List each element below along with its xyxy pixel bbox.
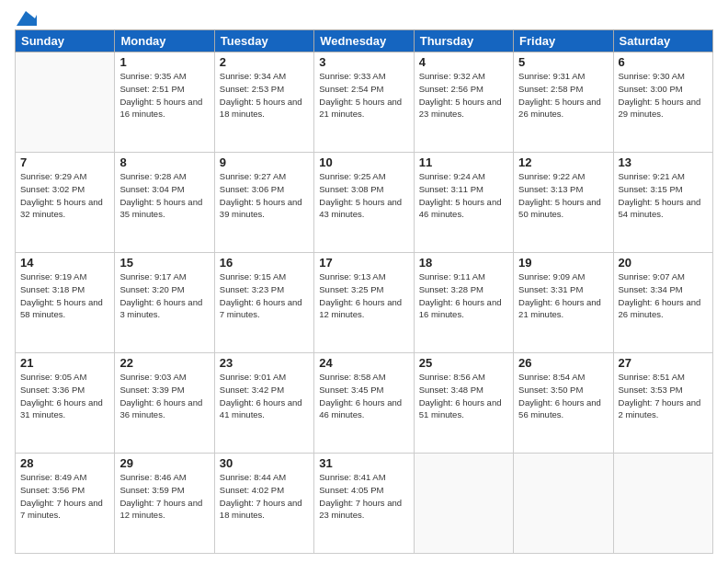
weekday-header: Friday — [514, 30, 613, 52]
day-info: Sunrise: 9:13 AM Sunset: 3:25 PM Dayligh… — [319, 270, 408, 321]
daylight-text: Daylight: 5 hours and 23 minutes. — [419, 97, 502, 120]
logo — [15, 13, 37, 24]
day-cell: 8 Sunrise: 9:28 AM Sunset: 3:04 PM Dayli… — [115, 153, 214, 253]
day-number: 24 — [319, 356, 408, 370]
day-info: Sunrise: 9:27 AM Sunset: 3:06 PM Dayligh… — [220, 170, 309, 221]
sunset-text: Sunset: 3:28 PM — [419, 284, 483, 294]
sunrise-text: Sunrise: 9:33 AM — [319, 71, 385, 81]
sunrise-text: Sunrise: 8:56 AM — [419, 372, 485, 382]
day-cell: 6 Sunrise: 9:30 AM Sunset: 3:00 PM Dayli… — [613, 52, 712, 153]
daylight-text: Daylight: 6 hours and 21 minutes. — [518, 297, 601, 320]
sunset-text: Sunset: 3:20 PM — [119, 284, 184, 294]
day-number: 7 — [20, 155, 109, 169]
day-info: Sunrise: 9:03 AM Sunset: 3:39 PM Dayligh… — [119, 371, 209, 421]
day-cell: 4 Sunrise: 9:32 AM Sunset: 2:56 PM Dayli… — [414, 52, 513, 153]
day-number: 29 — [119, 456, 209, 470]
day-number: 21 — [20, 356, 109, 370]
sunrise-text: Sunrise: 8:41 AM — [319, 472, 385, 482]
day-cell: 23 Sunrise: 9:01 AM Sunset: 3:42 PM Dayl… — [214, 353, 313, 454]
week-row: 14 Sunrise: 9:19 AM Sunset: 3:18 PM Dayl… — [16, 253, 713, 353]
day-info: Sunrise: 8:51 AM Sunset: 3:53 PM Dayligh… — [619, 371, 708, 421]
day-info: Sunrise: 9:11 AM Sunset: 3:28 PM Dayligh… — [419, 270, 508, 321]
sunrise-text: Sunrise: 9:09 AM — [518, 271, 585, 282]
sunrise-text: Sunrise: 9:24 AM — [419, 171, 485, 181]
daylight-text: Daylight: 6 hours and 7 minutes. — [220, 297, 302, 320]
day-number: 13 — [619, 155, 708, 169]
sunrise-text: Sunrise: 9:03 AM — [119, 372, 186, 382]
day-info: Sunrise: 9:33 AM Sunset: 2:54 PM Dayligh… — [319, 70, 408, 121]
sunset-text: Sunset: 4:02 PM — [220, 485, 284, 495]
day-cell: 24 Sunrise: 8:58 AM Sunset: 3:45 PM Dayl… — [314, 353, 414, 454]
day-cell: 27 Sunrise: 8:51 AM Sunset: 3:53 PM Dayl… — [613, 353, 712, 454]
day-info: Sunrise: 8:54 AM Sunset: 3:50 PM Dayligh… — [518, 371, 608, 421]
day-number: 16 — [220, 256, 309, 270]
daylight-text: Daylight: 5 hours and 21 minutes. — [319, 97, 402, 120]
daylight-text: Daylight: 5 hours and 32 minutes. — [20, 197, 103, 220]
daylight-text: Daylight: 6 hours and 56 minutes. — [518, 397, 601, 420]
day-cell — [414, 454, 513, 554]
day-cell: 9 Sunrise: 9:27 AM Sunset: 3:06 PM Dayli… — [214, 153, 313, 253]
sunset-text: Sunset: 3:34 PM — [619, 284, 683, 294]
day-number: 22 — [119, 356, 209, 370]
sunset-text: Sunset: 3:00 PM — [619, 84, 683, 94]
day-info: Sunrise: 9:28 AM Sunset: 3:04 PM Dayligh… — [119, 170, 209, 221]
day-number: 15 — [119, 256, 209, 270]
day-number: 26 — [518, 356, 608, 370]
day-number: 6 — [619, 55, 708, 69]
sunrise-text: Sunrise: 9:35 AM — [119, 71, 186, 81]
day-cell: 19 Sunrise: 9:09 AM Sunset: 3:31 PM Dayl… — [514, 253, 613, 353]
daylight-text: Daylight: 5 hours and 46 minutes. — [419, 197, 502, 220]
day-number: 18 — [419, 256, 508, 270]
daylight-text: Daylight: 7 hours and 7 minutes. — [20, 498, 103, 521]
week-row: 21 Sunrise: 9:05 AM Sunset: 3:36 PM Dayl… — [16, 353, 713, 454]
daylight-text: Daylight: 6 hours and 36 minutes. — [119, 397, 202, 420]
sunset-text: Sunset: 3:36 PM — [20, 385, 85, 395]
day-cell: 17 Sunrise: 9:13 AM Sunset: 3:25 PM Dayl… — [314, 253, 414, 353]
day-number: 28 — [20, 456, 109, 470]
sunrise-text: Sunrise: 8:58 AM — [319, 372, 385, 382]
sunset-text: Sunset: 3:50 PM — [518, 385, 583, 395]
daylight-text: Daylight: 6 hours and 3 minutes. — [119, 297, 202, 320]
sunrise-text: Sunrise: 9:19 AM — [20, 271, 86, 282]
day-info: Sunrise: 9:34 AM Sunset: 2:53 PM Dayligh… — [220, 70, 309, 121]
sunset-text: Sunset: 3:59 PM — [119, 485, 184, 495]
day-cell: 25 Sunrise: 8:56 AM Sunset: 3:48 PM Dayl… — [414, 353, 513, 454]
sunrise-text: Sunrise: 9:07 AM — [619, 271, 685, 282]
daylight-text: Daylight: 6 hours and 51 minutes. — [419, 397, 502, 420]
day-info: Sunrise: 9:31 AM Sunset: 2:58 PM Dayligh… — [518, 70, 608, 121]
daylight-text: Daylight: 5 hours and 26 minutes. — [518, 97, 601, 120]
week-row: 1 Sunrise: 9:35 AM Sunset: 2:51 PM Dayli… — [16, 52, 713, 153]
day-info: Sunrise: 9:29 AM Sunset: 3:02 PM Dayligh… — [20, 170, 109, 221]
day-info: Sunrise: 9:22 AM Sunset: 3:13 PM Dayligh… — [518, 170, 608, 221]
sunrise-text: Sunrise: 9:25 AM — [319, 171, 385, 181]
day-number: 27 — [619, 356, 708, 370]
day-cell: 13 Sunrise: 9:21 AM Sunset: 3:15 PM Dayl… — [613, 153, 712, 253]
week-row: 28 Sunrise: 8:49 AM Sunset: 3:56 PM Dayl… — [16, 454, 713, 554]
day-cell: 28 Sunrise: 8:49 AM Sunset: 3:56 PM Dayl… — [16, 454, 115, 554]
sunrise-text: Sunrise: 8:51 AM — [619, 372, 685, 382]
day-number: 19 — [518, 256, 608, 270]
day-cell: 21 Sunrise: 9:05 AM Sunset: 3:36 PM Dayl… — [16, 353, 115, 454]
daylight-text: Daylight: 5 hours and 18 minutes. — [220, 97, 302, 120]
sunrise-text: Sunrise: 9:27 AM — [220, 171, 286, 181]
sunrise-text: Sunrise: 9:05 AM — [20, 372, 86, 382]
day-number: 11 — [419, 155, 508, 169]
daylight-text: Daylight: 7 hours and 12 minutes. — [119, 498, 202, 521]
daylight-text: Daylight: 5 hours and 54 minutes. — [619, 197, 701, 220]
day-cell: 20 Sunrise: 9:07 AM Sunset: 3:34 PM Dayl… — [613, 253, 712, 353]
sunset-text: Sunset: 3:11 PM — [419, 184, 483, 194]
day-info: Sunrise: 8:46 AM Sunset: 3:59 PM Dayligh… — [119, 471, 209, 522]
day-number: 4 — [419, 55, 508, 69]
day-cell: 1 Sunrise: 9:35 AM Sunset: 2:51 PM Dayli… — [115, 52, 214, 153]
day-info: Sunrise: 8:58 AM Sunset: 3:45 PM Dayligh… — [319, 371, 408, 421]
sunrise-text: Sunrise: 9:30 AM — [619, 71, 685, 81]
sunset-text: Sunset: 3:48 PM — [419, 385, 483, 395]
day-info: Sunrise: 8:56 AM Sunset: 3:48 PM Dayligh… — [419, 371, 508, 421]
sunset-text: Sunset: 3:56 PM — [20, 485, 85, 495]
sunset-text: Sunset: 3:23 PM — [220, 284, 284, 294]
daylight-text: Daylight: 6 hours and 26 minutes. — [619, 297, 701, 320]
day-info: Sunrise: 9:25 AM Sunset: 3:08 PM Dayligh… — [319, 170, 408, 221]
day-info: Sunrise: 8:44 AM Sunset: 4:02 PM Dayligh… — [220, 471, 309, 522]
day-cell: 15 Sunrise: 9:17 AM Sunset: 3:20 PM Dayl… — [115, 253, 214, 353]
header-row: SundayMondayTuesdayWednesdayThursdayFrid… — [16, 30, 713, 52]
